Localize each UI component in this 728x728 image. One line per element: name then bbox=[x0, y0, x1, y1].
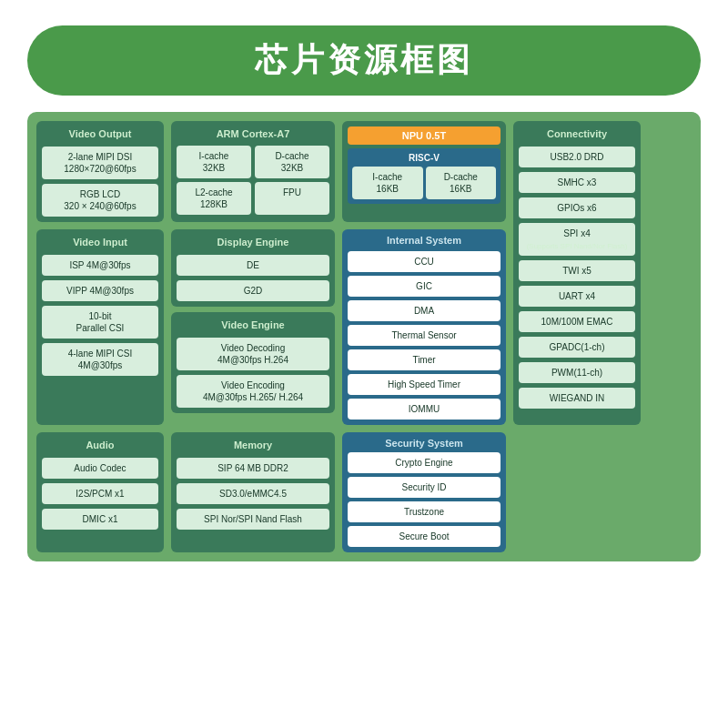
security-crypto: Crypto Engine bbox=[348, 452, 500, 473]
internal-gic: GIC bbox=[348, 276, 500, 297]
section-display-engine: Display Engine DE G2D bbox=[171, 229, 335, 307]
audio-title: Audio bbox=[42, 438, 158, 453]
section-security: Security System Crypto Engine Security I… bbox=[342, 432, 506, 552]
audio-i2s: I2S/PCM x1 bbox=[42, 483, 158, 504]
connectivity-gpios: GPIOs x6 bbox=[519, 197, 635, 218]
memory-ddr2: SIP 64 MB DDR2 bbox=[177, 458, 329, 479]
internal-iommu: IOMMU bbox=[348, 399, 500, 420]
connectivity-gpadc: GPADC(1-ch) bbox=[519, 337, 635, 358]
security-trustzone: Trustzone bbox=[348, 501, 500, 522]
section-memory: Memory SIP 64 MB DDR2 SD3.0/eMMC4.5 SPI … bbox=[171, 432, 335, 552]
chip-diagram: Video Output 2-lane MIPI DSI1280×720@60f… bbox=[27, 112, 701, 561]
video-input-title: Video Input bbox=[42, 235, 158, 250]
connectivity-emac: 10M/100M EMAC bbox=[519, 311, 635, 332]
section-arm: ARM Cortex-A7 I-cache32KB D-cache32KB L2… bbox=[171, 121, 335, 222]
riscv-inner: I-cache16KB D-cache16KB bbox=[352, 167, 496, 199]
title-bar: 芯片资源框图 bbox=[27, 25, 701, 96]
video-decoding-cell: Video Decoding4M@30fps H.264 bbox=[177, 338, 329, 370]
section-internal-system: Internal System CCU GIC DMA Thermal Sens… bbox=[342, 229, 506, 425]
video-input-parallel: 10-bitParallel CSI bbox=[42, 306, 158, 339]
video-input-vipp: VIPP 4M@30fps bbox=[42, 280, 158, 301]
section-video-output: Video Output 2-lane MIPI DSI1280×720@60f… bbox=[36, 121, 164, 222]
video-input-mipi: 4-lane MIPI CSI4M@30fps bbox=[42, 343, 158, 376]
security-id: Security ID bbox=[348, 477, 500, 498]
page-wrapper: 芯片资源框图 Video Output 2-lane MIPI DSI1280×… bbox=[9, 9, 719, 578]
section-audio: Audio Audio Codec I2S/PCM x1 DMIC x1 bbox=[36, 432, 164, 552]
col2-row2: Display Engine DE G2D Video Engine Video… bbox=[171, 229, 335, 425]
spi-note: (Supports SPI Nand/Nor Flash) bbox=[527, 242, 628, 250]
display-engine-title: Display Engine bbox=[177, 235, 329, 250]
connectivity-title: Connectivity bbox=[519, 126, 635, 142]
arm-dcache: D-cache32KB bbox=[255, 146, 329, 178]
arm-title: ARM Cortex-A7 bbox=[177, 126, 329, 142]
internal-ccu: CCU bbox=[348, 251, 500, 272]
memory-title: Memory bbox=[177, 438, 329, 453]
video-output-cell-2: RGB LCD320 × 240@60fps bbox=[42, 184, 158, 217]
internal-thermal: Thermal Sensor bbox=[348, 325, 500, 346]
video-input-isp: ISP 4M@30fps bbox=[42, 255, 158, 276]
memory-nand: SPI Nor/SPI Nand Flash bbox=[177, 509, 329, 530]
page-title: 芯片资源框图 bbox=[27, 38, 701, 83]
internal-hs-timer: High Speed Timer bbox=[348, 374, 500, 395]
npu-title: NPU 0.5T bbox=[348, 126, 500, 145]
video-engine-title: Video Engine bbox=[177, 318, 329, 333]
section-video-input: Video Input ISP 4M@30fps VIPP 4M@30fps 1… bbox=[36, 229, 164, 425]
section-npu: NPU 0.5T RISC-V I-cache16KB D-cache16KB bbox=[342, 121, 506, 222]
video-output-cell-1: 2-lane MIPI DSI1280×720@60fps bbox=[42, 147, 158, 179]
arm-icache: I-cache32KB bbox=[177, 146, 251, 178]
video-encoding-cell: Video Encoding4M@30fps H.265/ H.264 bbox=[177, 375, 329, 408]
connectivity-pwm: PWM(11-ch) bbox=[519, 362, 635, 383]
internal-dma: DMA bbox=[348, 300, 500, 321]
security-boot: Secure Boot bbox=[348, 526, 500, 547]
riscv-icache: I-cache16KB bbox=[352, 167, 423, 199]
connectivity-spi: SPI x4(Supports SPI Nand/Nor Flash) bbox=[519, 223, 635, 256]
audio-codec: Audio Codec bbox=[42, 458, 158, 479]
memory-emmc: SD3.0/eMMC4.5 bbox=[177, 483, 329, 504]
de-cell: DE bbox=[177, 255, 329, 276]
riscv-title: RISC-V bbox=[352, 153, 496, 163]
connectivity-twi: TWI x5 bbox=[519, 260, 635, 281]
arm-fpu: FPU bbox=[255, 182, 329, 215]
g2d-cell: G2D bbox=[177, 280, 329, 301]
audio-dmic: DMIC x1 bbox=[42, 509, 158, 530]
riscv-dcache: D-cache16KB bbox=[426, 167, 497, 199]
riscv-box: RISC-V I-cache16KB D-cache16KB bbox=[348, 148, 500, 204]
connectivity-smhc: SMHC x3 bbox=[519, 172, 635, 193]
section-connectivity: Connectivity USB2.0 DRD SMHC x3 GPIOs x6… bbox=[513, 121, 641, 425]
connectivity-wiegand: WIEGAND IN bbox=[519, 388, 635, 409]
connectivity-usb: USB2.0 DRD bbox=[519, 147, 635, 167]
section-video-engine: Video Engine Video Decoding4M@30fps H.26… bbox=[171, 312, 335, 413]
connectivity-uart: UART x4 bbox=[519, 286, 635, 307]
arm-l2cache: L2-cache128KB bbox=[177, 182, 251, 215]
internal-timer: Timer bbox=[348, 349, 500, 370]
video-output-title: Video Output bbox=[42, 126, 158, 142]
arm-inner-grid: I-cache32KB D-cache32KB L2-cache128KB FP… bbox=[177, 146, 329, 215]
security-title: Security System bbox=[348, 438, 500, 449]
internal-system-title: Internal System bbox=[348, 235, 500, 248]
